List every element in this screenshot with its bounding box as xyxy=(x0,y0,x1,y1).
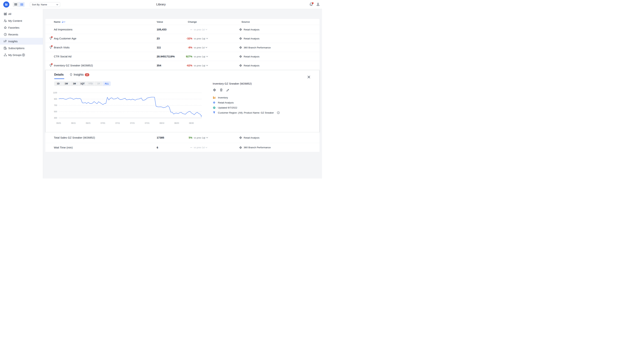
detail-kpi-title: Inventory GZ Sneaker (W26852) xyxy=(213,82,252,85)
sidebar-item-all[interactable]: All xyxy=(0,10,43,17)
table-row[interactable]: Wait Time (min) 6 -- vs prev 1d 360 Bran… xyxy=(46,143,320,152)
sort-by-select[interactable]: Sort By: Name xyxy=(30,2,60,7)
table-header: Name A Z Value Change Source xyxy=(46,19,320,25)
table-row[interactable]: Avg Customer Age 23 -32% vs prev 1qt Ret… xyxy=(46,34,320,43)
kpi-source: Retail Analysis xyxy=(239,52,260,61)
table-row[interactable]: Branch Visits 111 -8% vs prev 1d 360 Bra… xyxy=(46,43,320,52)
x-axis-tick: 06/01 xyxy=(55,122,63,124)
kpi-rows-top: Ad Impressions 105,433 -- vs prev 1d Ret… xyxy=(46,25,320,70)
compare-period-dropdown[interactable]: vs prev 1qt xyxy=(194,52,208,61)
x-axis-tick: 06/11 xyxy=(70,122,78,124)
updated-clock-icon xyxy=(213,106,216,109)
compare-period-dropdown[interactable]: vs prev 1qt xyxy=(194,132,208,143)
compare-period-dropdown[interactable]: vs prev 1d xyxy=(194,25,207,34)
kpi-source: Retail Analysis xyxy=(239,34,260,43)
x-axis-tick: 08/20 xyxy=(173,122,181,124)
x-axis-tick: 07/01 xyxy=(99,122,107,124)
sidebar-item-my-content[interactable]: My Content xyxy=(0,17,43,24)
info-icon[interactable] xyxy=(277,111,280,114)
source-icon xyxy=(239,64,242,67)
sidebar-item-label: All xyxy=(8,12,11,15)
x-axis-tick: 07/11 xyxy=(114,122,122,124)
column-header-value[interactable]: Value xyxy=(157,20,163,23)
range-button-1w[interactable]: 1W xyxy=(62,81,70,86)
column-header-change[interactable]: Change xyxy=(188,20,197,23)
compare-period-dropdown[interactable]: vs prev 1qt xyxy=(194,34,208,43)
compare-period-dropdown[interactable]: vs prev 1qt xyxy=(194,61,208,70)
range-button-1qt[interactable]: 1QT xyxy=(78,81,86,86)
x-axis-tick: 08/30 xyxy=(188,122,196,124)
close-icon[interactable] xyxy=(307,75,311,79)
sidebar-item-favorites[interactable]: Favorites xyxy=(0,24,43,31)
x-axis-tick: 07/31 xyxy=(143,122,151,124)
kpi-source: Retail Analysis xyxy=(239,25,260,34)
sidebar-item-label: Favorites xyxy=(8,26,20,29)
detail-updated: Updated 9/7/2022 xyxy=(213,106,237,109)
sidebar-item-recents[interactable]: Recents xyxy=(0,31,43,38)
plus-circle-icon[interactable] xyxy=(22,53,25,56)
sidebar-item-my-groups[interactable]: My Groups xyxy=(0,51,43,58)
source-icon xyxy=(239,55,242,58)
compare-period-dropdown[interactable]: vs prev 1d xyxy=(194,143,207,152)
table-row[interactable]: Ad Impressions 105,433 -- vs prev 1d Ret… xyxy=(46,25,320,34)
column-header-name[interactable]: Name A Z xyxy=(54,20,65,23)
sidebar-item-insights[interactable]: Insights xyxy=(0,38,43,45)
y-axis-tick: 300 xyxy=(49,117,57,119)
kpi-change: -- xyxy=(157,143,192,152)
filter-icon xyxy=(213,111,216,114)
groups-icon xyxy=(4,53,7,56)
detail-kpi-type: Inventory xyxy=(213,96,228,99)
kpi-source: 360 Branch Performance xyxy=(239,143,271,152)
range-button-1d[interactable]: 1D xyxy=(54,81,62,86)
edit-icon[interactable] xyxy=(226,88,230,92)
y-axis-tick: 700 xyxy=(49,104,57,106)
table-row[interactable]: CTR Social Ad 28.94517119% 927% vs prev … xyxy=(46,52,320,61)
source-icon[interactable] xyxy=(213,88,216,92)
subscriptions-icon xyxy=(4,46,7,50)
sidebar: All My Content Favorites Recents Insight… xyxy=(0,9,43,178)
source-icon xyxy=(239,146,242,149)
sidebar-item-subscriptions[interactable]: Subscriptions xyxy=(0,45,43,51)
sidebar-item-label: Insights xyxy=(8,40,18,43)
table-row[interactable]: Total Sales GZ Sneaker (W26852) 17385 5%… xyxy=(46,132,320,143)
clock-icon xyxy=(4,33,7,36)
line-series xyxy=(59,92,202,121)
table-row[interactable]: Inventory GZ Sneaker (W26852) 354 -62% v… xyxy=(46,61,320,70)
kpi-name: Ad Impressions xyxy=(54,25,72,34)
kpi-change: -8% xyxy=(157,43,192,52)
kpi-name: Branch Visits xyxy=(54,43,70,52)
compare-period-dropdown[interactable]: vs prev 1d xyxy=(194,43,207,52)
detail-filters: Customer Region: (All); Product Name: GZ… xyxy=(213,111,280,114)
library-logo-icon[interactable] xyxy=(3,1,9,7)
lightbulb-alert-icon xyxy=(49,46,52,49)
lightbulb-icon xyxy=(70,73,72,76)
sidebar-item-label: My Groups xyxy=(8,53,22,56)
kpi-change: 927% xyxy=(157,52,192,61)
tab-insights[interactable]: Insights 2 xyxy=(70,73,89,76)
kpi-change: 5% xyxy=(157,132,192,143)
source-icon xyxy=(239,46,242,49)
sort-az-icon: A Z xyxy=(62,21,65,23)
details-panel: Details Insights 2 1D1W1M1QTYTD1YALL 110… xyxy=(46,70,320,132)
kpi-type-icon xyxy=(213,96,216,99)
range-button-all[interactable]: ALL xyxy=(103,81,111,86)
kpi-name: Avg Customer Age xyxy=(54,34,76,43)
y-axis-tick: 1100 xyxy=(49,92,57,94)
kpi-name: CTR Social Ad xyxy=(54,52,72,61)
range-button-1m[interactable]: 1M xyxy=(70,81,78,86)
notifications-bell-icon[interactable] xyxy=(309,2,314,7)
main-content: KPIs (7) Name A Z Value Change Source xyxy=(43,9,322,178)
time-range-selector: 1D1W1M1QTYTD1YALL xyxy=(54,81,111,86)
range-button-ytd: YTD xyxy=(86,81,94,86)
app-icon xyxy=(213,101,216,104)
star-icon xyxy=(4,26,7,29)
bar-chart-icon xyxy=(4,12,7,15)
delete-icon[interactable] xyxy=(219,88,223,92)
list-view-icon[interactable] xyxy=(19,2,25,7)
user-icon[interactable] xyxy=(316,2,320,7)
column-header-source[interactable]: Source xyxy=(242,20,250,23)
sidebar-item-label: My Content xyxy=(8,19,22,22)
kpi-name: Inventory GZ Sneaker (W26852) xyxy=(54,61,93,70)
tab-details[interactable]: Details xyxy=(54,73,64,76)
grid-view-icon[interactable] xyxy=(13,2,19,7)
